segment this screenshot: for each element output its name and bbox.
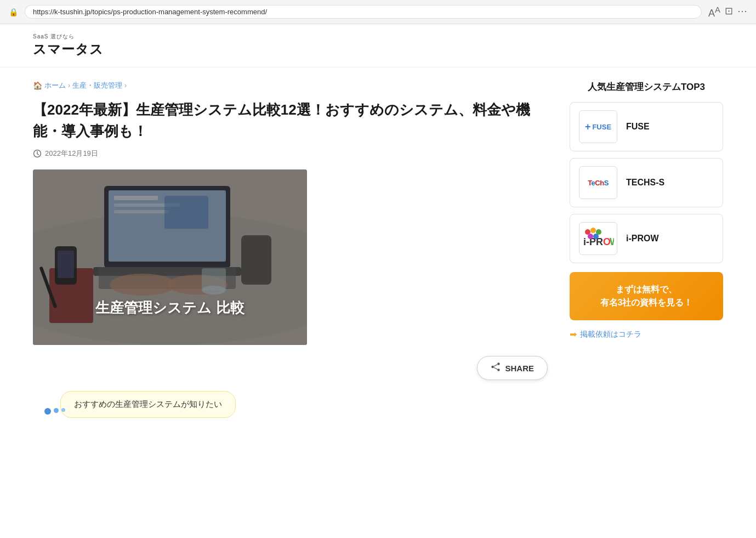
content-area: 🏠 ホーム › 生産・販売管理 › 【2022年最新】生産管理システム比較12選… xyxy=(0,67,756,437)
site-logo-small: SaaS 選びなら xyxy=(33,33,723,41)
share-button[interactable]: SHARE xyxy=(477,356,548,380)
svg-line-26 xyxy=(494,365,498,367)
article-date: 2022年12月19日 xyxy=(33,149,548,158)
breadcrumb-separator-1: › xyxy=(68,82,70,89)
svg-line-25 xyxy=(494,367,498,370)
lock-icon: 🔒 xyxy=(9,8,18,16)
chat-dots xyxy=(44,408,65,415)
fuse-logo-container: + FUSE xyxy=(579,110,617,143)
techs-ch: Ch xyxy=(595,179,604,187)
cta-button[interactable]: まずは無料で、 有名3社の資料を見る！ xyxy=(570,272,723,320)
hero-overlay xyxy=(33,169,307,345)
fuse-logo-text: FUSE xyxy=(592,123,611,131)
techs-s: S xyxy=(604,179,609,187)
svg-text:W: W xyxy=(610,236,614,247)
hero-text: 生産管理システム 比較 xyxy=(95,298,244,318)
iprow-logo-svg: i-PR O W xyxy=(582,228,614,250)
browser-bar: 🔒 https://k-tsushin.jp/topics/ps-product… xyxy=(0,0,756,24)
article-title: 【2022年最新】生産管理システム比較12選！おすすめのシステム、料金や機能・導… xyxy=(33,99,548,142)
fuse-logo: + FUSE xyxy=(585,121,611,133)
hero-scene: 生産管理システム 比較 xyxy=(33,169,307,345)
share-icon xyxy=(491,362,501,374)
chat-dot-2 xyxy=(54,408,59,413)
date-text: 2022年12月19日 xyxy=(45,149,98,158)
listing-link[interactable]: ➡ 掲載依頼はコチラ xyxy=(570,329,723,339)
site-logo-large[interactable]: スマータス xyxy=(33,41,723,58)
svg-point-34 xyxy=(588,234,593,239)
chat-dot-1 xyxy=(44,408,51,415)
site-header: SaaS 選びなら スマータス xyxy=(0,24,756,67)
breadcrumb-separator-2: › xyxy=(124,82,127,89)
clock-icon xyxy=(33,149,42,158)
chat-bubble-area: おすすめの生産管理システムが知りたい xyxy=(33,391,548,423)
listing-arrow-icon: ➡ xyxy=(570,329,577,339)
browser-actions: AA ⊡ ⋯ xyxy=(708,5,747,19)
listing-link-text: 掲載依頼はコチラ xyxy=(580,330,641,339)
iprow-product-name: i-PROW xyxy=(626,234,659,243)
product-card-techs[interactable]: TeChS TECHS-S xyxy=(570,158,723,207)
font-size-icon[interactable]: AA xyxy=(708,5,720,19)
svg-text:i-PR: i-PR xyxy=(583,236,603,247)
chat-bubble-text: おすすめの生産管理システムが知りたい xyxy=(74,399,222,409)
chat-bubble: おすすめの生産管理システムが知りたい xyxy=(60,391,236,418)
iprow-logo-container: i-PR O W xyxy=(579,222,617,255)
svg-point-23 xyxy=(492,366,494,369)
browser-menu-icon[interactable]: ⋯ xyxy=(737,5,747,19)
svg-point-22 xyxy=(498,363,501,365)
techs-logo: TeChS xyxy=(588,179,609,187)
product-card-fuse[interactable]: + FUSE FUSE xyxy=(570,102,723,151)
home-icon: 🏠 xyxy=(33,81,42,90)
share-label: SHARE xyxy=(505,364,534,373)
sidebar: 人気生産管理システムTOP3 + FUSE FUSE TeChS xyxy=(570,81,723,423)
article-section: 🏠 ホーム › 生産・販売管理 › 【2022年最新】生産管理システム比較12選… xyxy=(33,81,548,423)
svg-line-2 xyxy=(37,154,39,155)
read-mode-icon[interactable]: ⊡ xyxy=(725,5,733,19)
svg-point-31 xyxy=(590,228,596,233)
svg-point-24 xyxy=(498,369,501,371)
breadcrumb-category-link[interactable]: 生産・販売管理 xyxy=(72,81,122,90)
cta-line1: まずは無料で、 xyxy=(583,283,710,296)
breadcrumb: 🏠 ホーム › 生産・販売管理 › xyxy=(33,81,548,90)
url-bar[interactable]: https://k-tsushin.jp/topics/ps-productio… xyxy=(25,5,702,19)
techs-product-name: TECHS-S xyxy=(626,178,664,188)
svg-point-33 xyxy=(593,234,599,239)
hero-image-container: 生産管理システム 比較 xyxy=(33,169,307,345)
fuse-product-name: FUSE xyxy=(626,122,650,132)
sidebar-title: 人気生産管理システムTOP3 xyxy=(570,81,723,93)
hero-image: 生産管理システム 比較 xyxy=(33,169,307,345)
page-wrapper: SaaS 選びなら スマータス 🏠 ホーム › 生産・販売管理 › 【2022年… xyxy=(0,24,756,437)
cta-line2: 有名3社の資料を見る！ xyxy=(583,296,710,309)
techs-logo-container: TeChS xyxy=(579,166,617,199)
product-card-iprow[interactable]: i-PR O W i-PROW xyxy=(570,214,723,263)
share-button-container: SHARE xyxy=(33,356,548,380)
chat-dot-3 xyxy=(61,408,65,412)
breadcrumb-home-link[interactable]: ホーム xyxy=(44,81,66,90)
fuse-plus-icon: + xyxy=(585,121,591,133)
